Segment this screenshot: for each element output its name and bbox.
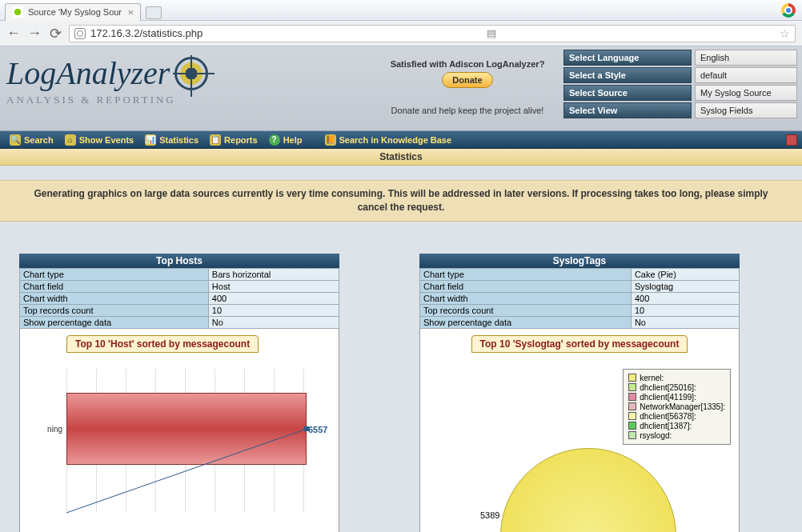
nav-kb[interactable]: 📙Search in Knowledge Base: [320, 134, 457, 146]
logo-crosshair-icon: [174, 57, 208, 90]
reload-button[interactable]: ⟳: [48, 25, 62, 42]
chrome-logo-icon: [781, 3, 796, 18]
select-view-label: Select View: [563, 102, 692, 118]
select-language[interactable]: English: [695, 50, 797, 66]
pie-value-kernel: 5389: [480, 510, 499, 520]
browser-toolbar: ← → ⟳ 172.16.3.2/statistics.php ▤ ☆: [0, 21, 802, 46]
site-info-icon[interactable]: [74, 28, 86, 39]
nav-help[interactable]: ?Help: [264, 134, 307, 146]
help-icon: ?: [269, 134, 280, 146]
top-hosts-config: Chart typeBars horizontal Chart fieldHos…: [19, 268, 339, 329]
tab-title: Source 'My Syslog Sour: [28, 7, 122, 17]
extension-icon[interactable]: ▤: [487, 27, 496, 39]
page-header: LogAnalyzer ANALYSIS & REPORTING Satisfi…: [0, 46, 802, 131]
main-nav: 🔍Search ⌂Show Events 📊Statistics 📋Report…: [0, 131, 802, 149]
selector-panel: Select LanguageEnglish Select a Styledef…: [563, 46, 802, 130]
tab-favicon-icon: [12, 6, 23, 18]
nav-statistics[interactable]: 📊Statistics: [140, 134, 203, 146]
syslogtags-config: Chart typeCake (Pie) Chart fieldSyslogta…: [419, 268, 740, 329]
pie-slice-kernel: [500, 448, 676, 532]
nav-search[interactable]: 🔍Search: [5, 134, 58, 146]
syslogtags-chart: Top 10 'Syslogtag' sorted by messagecoun…: [419, 329, 740, 532]
tab-close-icon[interactable]: ×: [127, 6, 134, 18]
bookmark-star-icon[interactable]: ☆: [780, 27, 790, 40]
logo-block: LogAnalyzer ANALYSIS & REPORTING: [0, 46, 371, 130]
logo-subtitle: ANALYSIS & REPORTING: [6, 94, 371, 106]
forward-button[interactable]: →: [27, 25, 42, 42]
statistics-icon: 📊: [145, 134, 156, 146]
bar-value-0: 6557: [308, 425, 327, 434]
new-tab-button[interactable]: [146, 6, 162, 19]
browser-titlebar: Source 'My Syslog Sour ×: [0, 0, 802, 21]
top-hosts-panel: Top Hosts Chart typeBars horizontal Char…: [19, 254, 339, 532]
nav-show-events[interactable]: ⌂Show Events: [60, 134, 138, 146]
select-view[interactable]: Syslog Fields: [695, 102, 797, 118]
svg-line-0: [66, 429, 307, 513]
back-button[interactable]: ←: [6, 25, 21, 42]
syslogtags-caption: Top 10 'Syslogtag' sorted by messagecoun…: [471, 335, 688, 353]
syslogtags-panel: SyslogTags Chart typeCake (Pie) Chart fi…: [419, 254, 740, 532]
syslogtags-title: SyslogTags: [419, 254, 740, 268]
page-title: Statistics: [0, 149, 802, 166]
donate-question: Satisfied with Adiscon LogAnalyzer?: [371, 59, 563, 69]
select-language-label: Select Language: [563, 50, 692, 66]
top-hosts-chart: Top 10 'Host' sorted by messagecount nin…: [19, 329, 339, 532]
nav-reports[interactable]: 📋Reports: [205, 134, 263, 146]
bar-label-0: ning: [47, 425, 62, 434]
warning-banner: Generating graphics on large data source…: [0, 180, 802, 222]
svg-rect-1: [304, 426, 309, 431]
url-text: 172.16.3.2/statistics.php: [90, 27, 203, 39]
donate-button[interactable]: Donate: [442, 72, 492, 88]
top-hosts-caption: Top 10 'Host' sorted by messagecount: [66, 335, 259, 353]
select-source-label: Select Source: [563, 85, 692, 101]
content-area: Top Hosts Chart typeBars horizontal Char…: [0, 222, 802, 532]
url-input[interactable]: 172.16.3.2/statistics.php ▤ ☆: [69, 25, 796, 42]
nav-right-box-icon[interactable]: [786, 134, 797, 146]
select-style-label: Select a Style: [563, 67, 692, 83]
events-icon: ⌂: [65, 134, 76, 146]
logo-text: LogAnalyzer: [6, 54, 170, 92]
top-hosts-title: Top Hosts: [19, 254, 339, 268]
pie-legend: kernel: dhclient[25016]: dhclient[41199]…: [623, 369, 731, 445]
select-style[interactable]: default: [695, 67, 797, 83]
reports-icon: 📋: [210, 134, 221, 146]
trend-line: [62, 365, 311, 517]
search-icon: 🔍: [10, 134, 21, 146]
browser-tab[interactable]: Source 'My Syslog Sour ×: [5, 3, 141, 21]
donate-footer: Donate and help keep the project alive!: [371, 106, 563, 115]
donate-block: Satisfied with Adiscon LogAnalyzer? Dona…: [371, 46, 563, 130]
select-source[interactable]: My Syslog Source: [695, 85, 797, 101]
kb-icon: 📙: [325, 134, 336, 146]
